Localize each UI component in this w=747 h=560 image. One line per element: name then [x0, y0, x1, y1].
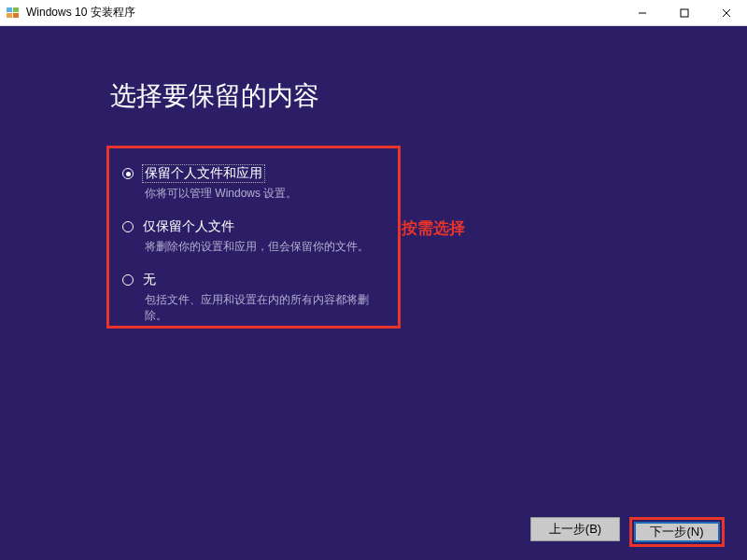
option-desc: 你将可以管理 Windows 设置。: [145, 186, 385, 202]
annotation-text: 按需选择: [402, 217, 465, 239]
next-button-highlight: 下一步(N): [629, 517, 725, 547]
option-nothing[interactable]: 无 包括文件、应用和设置在内的所有内容都将删除。: [122, 272, 385, 324]
option-desc: 将删除你的设置和应用，但会保留你的文件。: [145, 239, 385, 255]
option-keep-files-apps[interactable]: 保留个人文件和应用 你将可以管理 Windows 设置。: [122, 165, 385, 202]
radio-icon: [122, 221, 134, 232]
svg-rect-2: [7, 13, 12, 18]
minimize-button[interactable]: [621, 0, 663, 26]
setup-content: 选择要保留的内容 保留个人文件和应用 你将可以管理 Windows 设置。 仅保…: [0, 26, 747, 560]
titlebar: Windows 10 安装程序: [0, 0, 747, 26]
svg-rect-0: [7, 7, 12, 12]
page-title: 选择要保留的内容: [110, 78, 319, 114]
svg-rect-3: [13, 13, 19, 18]
window-controls: [621, 0, 747, 26]
option-label: 无: [143, 272, 156, 288]
svg-rect-5: [681, 9, 688, 17]
close-button[interactable]: [705, 0, 747, 26]
options-highlight-box: 保留个人文件和应用 你将可以管理 Windows 设置。 仅保留个人文件 将删除…: [106, 146, 401, 329]
window-title: Windows 10 安装程序: [26, 5, 135, 21]
radio-icon: [122, 168, 134, 179]
option-label: 保留个人文件和应用: [143, 165, 264, 182]
next-button[interactable]: 下一步(N): [634, 522, 720, 542]
app-icon: [6, 6, 21, 21]
maximize-button[interactable]: [663, 0, 705, 26]
option-keep-files-only[interactable]: 仅保留个人文件 将删除你的设置和应用，但会保留你的文件。: [122, 218, 385, 255]
button-bar: 上一步(B) 下一步(N): [530, 517, 725, 547]
option-desc: 包括文件、应用和设置在内的所有内容都将删除。: [145, 292, 385, 324]
radio-icon: [122, 274, 134, 286]
svg-rect-1: [13, 7, 19, 12]
back-button[interactable]: 上一步(B): [530, 517, 620, 541]
option-label: 仅保留个人文件: [143, 218, 234, 235]
